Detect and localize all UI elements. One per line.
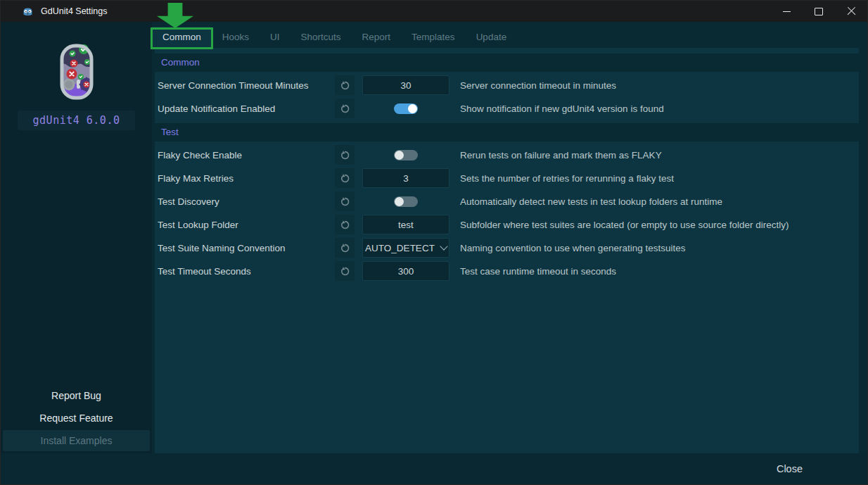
setting-label: Update Notification Enabled xyxy=(158,103,335,114)
update-notification-enabled-reset-button[interactable] xyxy=(335,99,355,118)
sidebar: gdUnit4 6.0.0 Report BugRequest FeatureI… xyxy=(1,22,152,453)
toggle-knob xyxy=(395,197,404,206)
sidebar-buttons: Report BugRequest FeatureInstall Example… xyxy=(1,384,152,453)
reset-icon xyxy=(340,243,350,253)
section-header-test: Test xyxy=(155,123,859,141)
reset-icon xyxy=(340,220,350,230)
setting-label: Test Timeout Seconds xyxy=(158,266,335,277)
setting-row-flaky-check-enable: Flaky Check EnableRerun tests on failure… xyxy=(158,144,859,165)
flaky-check-enable-reset-button[interactable] xyxy=(335,145,355,165)
version-label: gdUnit4 6.0.0 xyxy=(33,114,120,127)
reset-icon xyxy=(340,150,350,160)
gdunit4-settings-window: GdUnit4 Settings xyxy=(0,0,868,485)
test-suite-naming-convention-reset-button[interactable] xyxy=(335,238,355,258)
tab-shortcuts[interactable]: Shortcuts xyxy=(291,27,352,48)
close-icon xyxy=(847,7,856,16)
flaky-max-retries-reset-button[interactable] xyxy=(335,168,355,188)
setting-description: Server connection timeout in minutes xyxy=(460,80,859,91)
footer-bar: Close xyxy=(1,453,867,484)
server-connection-timeout-minutes-input[interactable] xyxy=(362,75,449,95)
flaky-check-enable-toggle[interactable] xyxy=(394,150,418,160)
setting-label: Test Discovery xyxy=(158,196,335,207)
tab-report[interactable]: Report xyxy=(352,27,402,48)
setting-row-server-connection-timeout-minutes: Server Connection Timeout MinutesServer … xyxy=(158,75,859,96)
reset-icon xyxy=(340,173,350,184)
test-suite-naming-convention-select[interactable]: AUTO_DETECT xyxy=(362,238,449,258)
section-header-common: Common xyxy=(155,53,859,72)
test-lookup-folder-reset-button[interactable] xyxy=(335,215,355,234)
setting-value-cell xyxy=(362,196,449,207)
tab-templates[interactable]: Templates xyxy=(401,27,466,48)
test-timeout-seconds-reset-button[interactable] xyxy=(335,261,355,281)
server-connection-timeout-minutes-reset-button[interactable] xyxy=(335,75,355,95)
chevron-down-icon xyxy=(440,242,447,250)
test-discovery-reset-button[interactable] xyxy=(335,191,355,211)
reset-icon xyxy=(340,103,350,114)
tab-ui[interactable]: UI xyxy=(260,27,291,48)
setting-value-cell xyxy=(362,215,449,234)
sidebar-spacer xyxy=(1,130,152,384)
maximize-button[interactable] xyxy=(803,1,835,22)
setting-label: Test Lookup Folder xyxy=(158,220,335,230)
settings-panel: CommonServer Connection Timeout MinutesS… xyxy=(155,48,859,453)
close-window-button[interactable] xyxy=(835,1,867,22)
setting-row-test-discovery: Test DiscoveryAutomatically detect new t… xyxy=(158,191,859,212)
setting-label: Flaky Max Retries xyxy=(158,173,335,184)
window-controls xyxy=(770,1,867,22)
setting-label: Flaky Check Enable xyxy=(158,150,335,160)
setting-row-update-notification-enabled: Update Notification EnabledShow notifica… xyxy=(158,98,859,119)
setting-value-cell xyxy=(362,150,449,160)
version-panel: gdUnit4 6.0.0 xyxy=(18,111,135,130)
test-discovery-toggle[interactable] xyxy=(394,196,418,207)
toggle-knob xyxy=(395,151,404,160)
setting-description: Naming convention to use when generating… xyxy=(460,243,859,253)
reset-icon xyxy=(340,196,350,207)
tab-update[interactable]: Update xyxy=(466,27,518,48)
logo-container xyxy=(1,43,152,101)
select-value: AUTO_DETECT xyxy=(365,243,435,253)
setting-description: Automatically detect new tests in test l… xyxy=(460,196,859,207)
settings-dialog: gdUnit4 6.0.0 Report BugRequest FeatureI… xyxy=(1,22,867,484)
tab-hooks[interactable]: Hooks xyxy=(212,27,260,48)
reset-icon xyxy=(340,266,350,277)
toggle-knob xyxy=(408,104,417,113)
setting-label: Server Connection Timeout Minutes xyxy=(158,80,335,91)
setting-value-cell xyxy=(362,261,449,281)
minimize-icon xyxy=(783,11,791,12)
godot-icon xyxy=(22,6,34,18)
setting-description: Sets the number of retries for rerunning… xyxy=(460,173,859,184)
minimize-button[interactable] xyxy=(770,1,803,22)
tab-bar: CommonHooksUIShortcutsReportTemplatesUpd… xyxy=(152,22,867,48)
update-notification-enabled-toggle[interactable] xyxy=(394,103,418,114)
setting-row-test-timeout-seconds: Test Timeout SecondsTest case runtime ti… xyxy=(158,260,859,282)
setting-description: Test case runtime timeout in seconds xyxy=(460,266,859,277)
setting-value-cell: AUTO_DETECT xyxy=(362,238,449,258)
setting-row-test-lookup-folder: Test Lookup FolderSubfolder where test s… xyxy=(158,214,859,235)
sidebar-button-install-examples: Install Examples xyxy=(3,430,150,451)
setting-row-flaky-max-retries: Flaky Max RetriesSets the number of retr… xyxy=(158,168,859,189)
setting-value-cell xyxy=(362,168,449,188)
test-timeout-seconds-input[interactable] xyxy=(362,261,449,281)
setting-value-cell xyxy=(362,75,449,95)
test-lookup-folder-input[interactable] xyxy=(362,215,449,234)
flaky-max-retries-input[interactable] xyxy=(362,168,449,188)
main-area: CommonHooksUIShortcutsReportTemplatesUpd… xyxy=(152,22,867,453)
window-title: GdUnit4 Settings xyxy=(41,6,108,16)
setting-label: Test Suite Naming Convention xyxy=(158,243,335,253)
close-dialog-button[interactable]: Close xyxy=(764,459,815,479)
maximize-icon xyxy=(815,8,823,15)
setting-description: Subfolder where test suites are located … xyxy=(460,220,859,230)
titlebar: GdUnit4 Settings xyxy=(1,1,867,22)
setting-description: Show notification if new gdUnit4 version… xyxy=(460,103,859,114)
reset-icon xyxy=(340,80,350,91)
tab-common[interactable]: Common xyxy=(152,27,212,48)
gdunit4-test-tube-logo xyxy=(47,43,106,101)
setting-row-test-suite-naming-convention: Test Suite Naming ConventionAUTO_DETECTN… xyxy=(158,237,859,258)
sidebar-button-request-feature[interactable]: Request Feature xyxy=(3,408,150,429)
sidebar-button-report-bug[interactable]: Report Bug xyxy=(3,385,150,406)
setting-description: Rerun tests on failure and mark them as … xyxy=(460,150,859,160)
setting-value-cell xyxy=(362,103,449,114)
